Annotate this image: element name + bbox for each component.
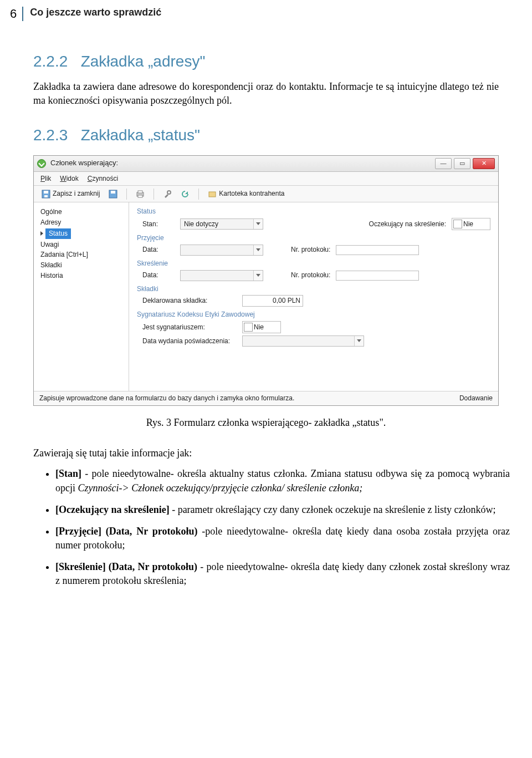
save-icon (109, 190, 117, 199)
arrow-right-icon (40, 231, 43, 236)
sidebar-item-skladki[interactable]: Składki (38, 260, 124, 271)
oczekujacy-value: Nie (463, 219, 490, 230)
fieldset-status: Status Stan: Nie dotyczy Oczekujący na s… (137, 207, 490, 230)
label-skreslenie-nr: Nr. protokołu: (291, 271, 330, 280)
section-title: Zakładka „status" (81, 126, 200, 144)
svg-rect-4 (111, 191, 115, 194)
bullet-list: [Stan] - pole nieedytowalne- określa akt… (33, 467, 510, 588)
fieldset-title-status: Status (137, 207, 490, 216)
toolbar-separator (198, 189, 199, 200)
date-skreslenie[interactable] (180, 270, 263, 281)
fieldset-title-skladki: Składki (137, 284, 490, 294)
input-przyjecie-nr[interactable] (336, 245, 419, 255)
label-data-poswiadczenia: Data wydania poświadczenia: (142, 337, 237, 346)
bullet-term: [Przyjęcie] (Data, Nr protokołu) (55, 526, 197, 537)
minimize-button[interactable]: — (435, 158, 452, 169)
date-poswiadczenie[interactable] (242, 335, 364, 347)
svg-point-8 (167, 191, 171, 194)
bullet-italic: Czynności-> Członek oczekujący/przyjęcie… (78, 482, 363, 494)
fieldset-title-skreslenie: Skreślenie (137, 259, 490, 268)
fieldset-sygnatariusz: Sygnatariusz Kodeksu Etyki Zawodowej Jes… (137, 310, 490, 347)
checkbox-sygnatariusz[interactable]: Nie (242, 321, 281, 333)
refresh-button[interactable] (178, 189, 192, 200)
bullet-stan: [Stan] - pole nieedytowalne- określa akt… (55, 467, 510, 495)
tools-icon (163, 190, 172, 199)
sidebar-item-status: Status (45, 228, 71, 239)
section-heading-status: 2.2.3 Zakładka „status" (33, 124, 499, 146)
chevron-down-icon (354, 336, 364, 346)
folder-icon (208, 190, 217, 199)
content-area: Ogólne Adresy Status Uwagi Zadania [Ctrl… (34, 202, 498, 391)
combo-stan[interactable]: Nie dotyczy (180, 218, 263, 230)
label-jest-sygnatariuszem: Jest sygnatariuszem: (142, 323, 237, 332)
save-button[interactable] (106, 189, 120, 200)
label-oczekujacy: Oczekujący na skreślenie: (369, 220, 446, 229)
section-number: 2.2.2 (33, 53, 68, 70)
sidebar-item-zadania[interactable]: Zadania [Ctrl+L] (38, 250, 124, 260)
window-title: Członek wspierający: (50, 158, 435, 168)
menu-plik[interactable]: Plik (40, 174, 51, 184)
close-button[interactable]: ✕ (473, 158, 495, 169)
section-title: Zakładka „adresy" (81, 53, 206, 70)
app-icon (37, 159, 46, 168)
save-icon (42, 190, 50, 199)
section-number: 2.2.3 (33, 126, 68, 144)
deklarowana-value: 0,00 PLN (273, 296, 300, 306)
svg-rect-7 (138, 195, 142, 197)
svg-rect-6 (138, 191, 142, 193)
chevron-down-icon (253, 245, 263, 255)
input-deklarowana[interactable]: 0,00 PLN (242, 295, 303, 307)
sidebar-item-historia[interactable]: Historia (38, 271, 124, 281)
bullet-text: - parametr określający czy dany członek … (170, 504, 496, 515)
menu-czynnosci[interactable]: Czynności (88, 174, 118, 184)
statusbar: Zapisuje wprowadzone dane na formularzu … (34, 391, 498, 405)
save-close-button[interactable]: Zapisz i zamknij (39, 188, 102, 200)
bullet-skreslenie: [Skreślenie] (Data, Nr protokołu) - pole… (55, 560, 510, 588)
date-przyjecie[interactable] (180, 245, 263, 256)
input-skreslenie-nr[interactable] (336, 271, 419, 281)
window-buttons: — ▭ ✕ (435, 158, 495, 169)
bullet-przyjecie: [Przyjęcie] (Data, Nr protokołu) -pole n… (55, 525, 510, 552)
label-stan: Stan: (142, 220, 175, 229)
checkbox-icon (244, 323, 253, 332)
combo-stan-value: Nie dotyczy (181, 219, 253, 230)
toolbar-separator (126, 189, 127, 200)
label-przyjecie-nr: Nr. protokołu: (291, 245, 330, 255)
form-area: Status Stan: Nie dotyczy Oczekujący na s… (129, 202, 498, 391)
label-skreslenie-data: Data: (142, 271, 175, 280)
figure-caption: Rys. 3 Formularz członka wspierającego- … (33, 416, 499, 430)
sidebar-item-uwagi[interactable]: Uwagi (38, 240, 124, 250)
menu-widok[interactable]: Widok (60, 174, 78, 184)
bullet-oczekujacy: [Oczekujący na skreślenie] - parametr ok… (55, 503, 510, 517)
fieldset-title-przyjecie: Przyjęcie (137, 233, 490, 243)
fieldset-skladki: Składki Deklarowana składka: 0,00 PLN (137, 284, 490, 307)
running-title: Co jeszcze warto sprawdzić (30, 6, 161, 19)
kartoteka-button[interactable]: Kartoteka kontrahenta (206, 188, 287, 200)
sidebar-item-adresy[interactable]: Adresy (38, 217, 124, 228)
chevron-down-icon (253, 219, 263, 230)
toolbar-separator (154, 189, 154, 200)
toolbar: Zapisz i zamknij Kartoteka kontrahenta (34, 186, 498, 202)
svg-rect-9 (209, 192, 216, 197)
bullet-term: [Stan] (55, 468, 81, 479)
print-button[interactable] (134, 189, 147, 200)
intro-line: Zawierają się tutaj takie informacje jak… (33, 446, 499, 460)
section-heading-adresy: 2.2.2 Zakładka „adresy" (33, 50, 499, 72)
sidebar: Ogólne Adresy Status Uwagi Zadania [Ctrl… (34, 202, 129, 391)
titlebar: Członek wspierający: — ▭ ✕ (34, 156, 498, 172)
sidebar-item-status-row[interactable]: Status (38, 228, 124, 240)
svg-rect-2 (44, 195, 48, 197)
bullet-term: [Oczekujący na skreślenie] (55, 504, 170, 515)
save-close-label: Zapisz i zamknij (53, 189, 100, 199)
sidebar-item-ogolne[interactable]: Ogólne (38, 207, 124, 217)
fieldset-przyjecie: Przyjęcie Data: Nr. protokołu: (137, 233, 490, 256)
checkbox-icon (453, 220, 462, 228)
label-deklarowana: Deklarowana składka: (142, 296, 237, 306)
section-adresy-paragraph: Zakładka ta zawiera dane adresowe do kor… (33, 80, 499, 108)
tool-button-1[interactable] (161, 189, 174, 200)
statusbar-message: Zapisuje wprowadzone dane na formularzu … (39, 394, 294, 403)
fieldset-title-sygnatariusz: Sygnatariusz Kodeksu Etyki Zawodowej (137, 310, 490, 319)
svg-rect-1 (44, 191, 48, 194)
checkbox-oczekujacy[interactable]: Nie (452, 218, 490, 230)
maximize-button[interactable]: ▭ (454, 158, 470, 169)
